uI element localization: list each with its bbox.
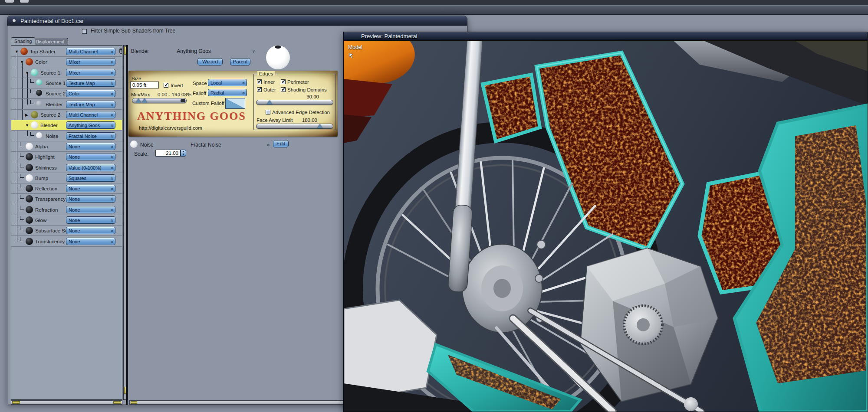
tree-row[interactable]: Bump Squares » xyxy=(11,173,122,183)
toolbar-icon[interactable] xyxy=(20,0,29,3)
tree-row[interactable]: Alpha None » xyxy=(11,141,122,152)
tree-row[interactable]: Translucency None » xyxy=(11,236,122,247)
chevron-double-icon[interactable]: » xyxy=(251,50,256,52)
slider-handle[interactable] xyxy=(317,124,322,128)
expand-arrow-icon[interactable]: ▼ xyxy=(20,60,25,64)
shader-type-dropdown[interactable]: Multi Channel » xyxy=(66,111,115,118)
editor-horizontal-scrollbar[interactable] xyxy=(129,400,344,405)
expand-arrow-icon[interactable] xyxy=(20,153,24,157)
tree-row[interactable]: ▼ Source 1 Mixer » xyxy=(11,68,122,78)
expand-arrow-icon[interactable]: ▼ xyxy=(15,49,20,54)
shading-domains-checkbox[interactable]: ✓ xyxy=(281,87,286,92)
tree-row[interactable]: Glow None » xyxy=(11,215,122,226)
window-close-icon[interactable] xyxy=(12,19,16,23)
expand-arrow-icon[interactable] xyxy=(20,206,24,209)
invert-checkbox[interactable]: ✓ xyxy=(164,83,168,88)
inner-checkbox[interactable]: ✓ xyxy=(257,79,262,84)
shader-type-dropdown[interactable]: Value (0-100%) » xyxy=(66,164,115,171)
chevron-double-icon[interactable]: » xyxy=(266,144,271,146)
expand-arrow-icon[interactable]: ▶ xyxy=(25,113,30,117)
wizard-button[interactable]: Wizard xyxy=(197,58,223,65)
tree-row[interactable]: Noise Fractal Noise » xyxy=(11,131,122,141)
minmax-range-slider[interactable] xyxy=(132,98,187,103)
filter-checkbox[interactable] xyxy=(82,29,87,34)
slider-handle-min[interactable] xyxy=(136,98,141,103)
toolbar-icon[interactable] xyxy=(5,0,14,3)
expand-arrow-icon[interactable] xyxy=(30,100,34,104)
slider-handle[interactable] xyxy=(267,100,272,105)
shader-type-dropdown[interactable]: Mixer » xyxy=(66,58,115,65)
tree-row[interactable]: Highlight None » xyxy=(11,152,122,162)
advanced-edge-checkbox[interactable] xyxy=(266,110,270,114)
shader-type-dropdown[interactable]: Fractal Noise » xyxy=(66,132,115,140)
outer-checkbox[interactable]: ✓ xyxy=(257,87,262,92)
tree-row[interactable]: Refraction None » xyxy=(11,205,122,215)
shader-type-dropdown[interactable]: Texture Map » xyxy=(66,101,115,108)
shader-type-dropdown[interactable]: Color » xyxy=(66,90,115,97)
size-input[interactable]: 0.05 ft xyxy=(130,82,159,88)
scrollbar-button[interactable] xyxy=(12,401,20,404)
window-titlebar[interactable]: Paintedmetal of Doc1.car xyxy=(7,16,467,26)
tab-displacement[interactable]: Displacement xyxy=(32,38,68,45)
expand-arrow-icon[interactable] xyxy=(30,79,34,83)
expand-arrow-icon[interactable] xyxy=(20,163,24,167)
slider-handle-max[interactable] xyxy=(142,98,147,103)
tree-row[interactable]: ▼ Top Shader Multi Channel » xyxy=(11,46,122,57)
tree-row[interactable]: ▶ Source 2 Multi Channel » xyxy=(11,110,122,120)
shader-type-dropdown[interactable]: None » xyxy=(66,238,115,245)
tree-row[interactable]: Blender Texture Map » xyxy=(11,99,122,110)
tree-horizontal-scrollbar[interactable] xyxy=(11,400,122,405)
shader-type-dropdown[interactable]: None » xyxy=(66,206,115,213)
expand-arrow-icon[interactable] xyxy=(30,132,34,136)
expand-arrow-icon[interactable] xyxy=(20,195,24,199)
shader-tree-panel[interactable]: ▼ Top Shader Multi Channel » ▼ Color Mix… xyxy=(11,45,122,400)
expand-arrow-icon[interactable] xyxy=(20,216,24,220)
preview-titlebar[interactable]: Preview: Paintedmetal xyxy=(344,32,868,40)
parent-button[interactable]: Parent xyxy=(230,58,250,65)
scale-stepper[interactable]: ▲▼ xyxy=(181,150,186,157)
shader-type-dropdown[interactable]: None » xyxy=(66,143,115,150)
preview-popup-icon[interactable] xyxy=(349,52,356,58)
tree-row[interactable]: Source 2 Color » xyxy=(11,88,122,99)
panel-divider[interactable] xyxy=(126,45,128,405)
expand-arrow-icon[interactable] xyxy=(20,174,24,178)
shader-type-dropdown[interactable]: None » xyxy=(66,185,115,192)
tree-row[interactable]: ▼ Blender Anything Goos » xyxy=(11,120,122,131)
expand-arrow-icon[interactable] xyxy=(20,237,24,241)
shader-type-dropdown[interactable]: Texture Map » xyxy=(66,79,115,87)
scrollbar-button[interactable] xyxy=(131,401,137,404)
preview-viewport[interactable] xyxy=(344,41,868,412)
face-away-slider[interactable] xyxy=(256,124,333,129)
noise-label: Noise xyxy=(140,142,154,148)
scale-input[interactable]: 21.00 xyxy=(155,150,181,157)
expand-arrow-icon[interactable] xyxy=(20,142,24,146)
tree-row[interactable]: Transparency None » xyxy=(11,194,122,204)
tree-row[interactable]: Shininess Value (0-100%) » xyxy=(11,163,122,173)
shader-type-dropdown[interactable]: None » xyxy=(66,195,115,203)
shader-type-dropdown[interactable]: Mixer » xyxy=(66,69,115,76)
expand-arrow-icon[interactable]: ▼ xyxy=(25,123,30,128)
shader-type-dropdown[interactable]: None » xyxy=(66,227,115,234)
shader-type-dropdown[interactable]: Multi Channel » xyxy=(66,48,115,55)
expand-arrow-icon[interactable]: ▼ xyxy=(25,71,30,75)
custom-falloff-thumbnail[interactable] xyxy=(225,98,245,109)
shader-type-dropdown[interactable]: None » xyxy=(66,216,115,224)
expand-arrow-icon[interactable] xyxy=(30,89,34,93)
shader-type-dropdown[interactable]: None » xyxy=(66,153,115,160)
scrollbar-button[interactable] xyxy=(113,401,121,404)
falloff-dropdown[interactable]: Radial » xyxy=(208,89,247,96)
tree-row[interactable]: ▼ Color Mixer » xyxy=(11,57,122,67)
tree-row[interactable]: Source 1 Texture Map » xyxy=(11,78,122,88)
edit-button[interactable]: Edit xyxy=(273,140,289,147)
space-dropdown[interactable]: Local » xyxy=(208,79,247,86)
dropdown-value: None xyxy=(69,218,80,223)
shader-type-dropdown[interactable]: Anything Goos » xyxy=(66,121,115,129)
expand-arrow-icon[interactable] xyxy=(20,184,24,188)
tree-row[interactable]: Subsurface Sc None » xyxy=(11,226,122,236)
tab-shading[interactable]: Shading xyxy=(11,37,35,45)
edge-slider[interactable] xyxy=(256,100,333,105)
shader-type-dropdown[interactable]: Squares » xyxy=(66,174,115,182)
expand-arrow-icon[interactable] xyxy=(20,226,24,230)
perimeter-checkbox[interactable]: ✓ xyxy=(281,79,286,84)
tree-row[interactable]: Reflection None » xyxy=(11,183,122,194)
